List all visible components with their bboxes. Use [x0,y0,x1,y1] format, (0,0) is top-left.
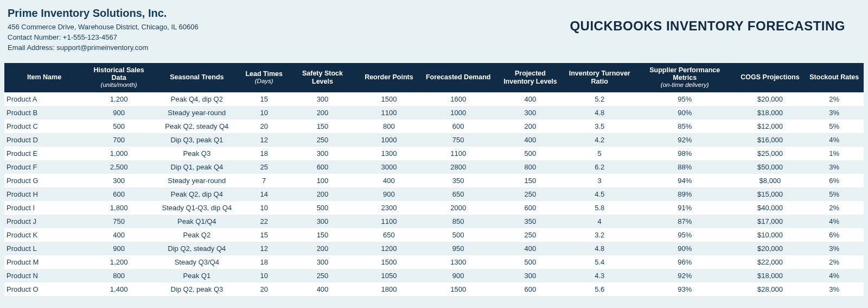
cell-proj: 250 [496,187,565,201]
cell-stock: 3% [805,160,864,174]
cell-forecast: 900 [421,269,496,282]
cell-trend: Steady Q1-Q3, dip Q4 [154,201,240,215]
cell-turn: 3.5 [565,120,634,133]
cell-forecast: 750 [421,133,496,147]
cell-item: Product G [4,174,84,187]
cell-reorder: 800 [357,120,421,133]
cell-turn: 4.2 [565,133,634,147]
cell-item: Product O [4,282,84,296]
cell-proj: 300 [496,269,565,282]
cell-lead: 15 [240,228,288,242]
cell-item: Product N [4,269,84,282]
cell-hist: 1,800 [84,201,154,215]
column-header: Safety Stock Levels [288,63,357,92]
cell-trend: Peak Q1 [154,269,240,282]
cell-item: Product K [4,228,84,242]
cell-reorder: 2300 [357,201,421,215]
cell-stock: 3% [805,242,864,255]
cell-proj: 250 [496,228,565,242]
cell-item: Product D [4,133,84,147]
cell-forecast: 600 [421,120,496,133]
cell-item: Product A [4,92,84,106]
cell-proj: 800 [496,160,565,174]
column-header: Historical Sales Data(units/month) [84,63,154,92]
cell-safety: 300 [288,92,357,106]
cell-lead: 12 [240,242,288,255]
cell-forecast: 1600 [421,92,496,106]
cell-stock: 2% [805,201,864,215]
cell-safety: 100 [288,174,357,187]
table-row: Product E1,000Peak Q31830013001100500598… [4,147,864,160]
cell-item: Product H [4,187,84,201]
cell-hist: 600 [84,187,154,201]
cell-forecast: 850 [421,215,496,228]
cell-lead: 12 [240,133,288,147]
cell-trend: Dip Q2, steady Q4 [154,242,240,255]
column-header-label: Forecasted Demand [426,73,490,81]
cell-supp: 89% [634,187,735,201]
cell-reorder: 3000 [357,160,421,174]
column-header-label: Projected Inventory Levels [503,70,557,85]
cell-stock: 1% [805,147,864,160]
cell-safety: 600 [288,160,357,174]
cell-safety: 150 [288,120,357,133]
cell-safety: 400 [288,282,357,296]
column-header: Projected Inventory Levels [496,63,565,92]
cell-reorder: 1800 [357,282,421,296]
cell-safety: 300 [288,147,357,160]
cell-turn: 5.8 [565,201,634,215]
cell-reorder: 1300 [357,147,421,160]
cell-lead: 22 [240,215,288,228]
cell-proj: 400 [496,92,565,106]
cell-hist: 2,500 [84,160,154,174]
cell-cogs: $16,000 [735,133,805,147]
column-header: Forecasted Demand [421,63,496,92]
cell-item: Product C [4,120,84,133]
cell-forecast: 350 [421,174,496,187]
table-row: Product G300Steady year-round71004003501… [4,174,864,187]
column-header-sublabel: (units/month) [87,81,150,89]
cell-lead: 25 [240,160,288,174]
cell-hist: 900 [84,242,154,255]
cell-supp: 94% [634,174,735,187]
cell-trend: Steady year-round [154,106,240,120]
cell-turn: 4.5 [565,187,634,201]
cell-trend: Dip Q2, peak Q3 [154,282,240,296]
cell-cogs: $20,000 [735,92,805,106]
cell-stock: 5% [805,187,864,201]
column-header-label: COGS Projections [741,73,799,81]
cell-cogs: $50,000 [735,160,805,174]
cell-lead: 10 [240,201,288,215]
table-body: Product A1,200Peak Q4, dip Q215300150016… [4,92,864,296]
cell-turn: 4.8 [565,106,634,120]
cell-reorder: 900 [357,187,421,201]
column-header: Lead Times(Days) [240,63,288,92]
cell-lead: 18 [240,147,288,160]
cell-supp: 90% [634,106,735,120]
column-header-label: Historical Sales Data [94,66,144,81]
table-container: Item NameHistorical Sales Data(units/mon… [0,63,868,301]
company-block: Prime Inventory Solutions, Inc. 456 Comm… [8,5,199,53]
cell-turn: 3 [565,174,634,187]
cell-cogs: $17,000 [735,215,805,228]
cell-item: Product B [4,106,84,120]
cell-item: Product I [4,201,84,215]
cell-supp: 88% [634,160,735,174]
cell-proj: 400 [496,133,565,147]
cell-supp: 85% [634,120,735,133]
table-header: Item NameHistorical Sales Data(units/mon… [4,63,864,92]
cell-forecast: 2000 [421,201,496,215]
cell-supp: 95% [634,92,735,106]
cell-safety: 250 [288,269,357,282]
cell-lead: 15 [240,92,288,106]
cell-supp: 95% [634,228,735,242]
cell-cogs: $12,000 [735,120,805,133]
cell-reorder: 400 [357,174,421,187]
company-contact: Contact Number: +1-555-123-4567 [8,33,199,43]
column-header-label: Reorder Points [365,73,413,81]
cell-trend: Peak Q4, dip Q2 [154,92,240,106]
table-row: Product N800Peak Q11025010509003004.392%… [4,269,864,282]
cell-reorder: 1100 [357,106,421,120]
cell-supp: 92% [634,133,735,147]
cell-cogs: $20,000 [735,242,805,255]
